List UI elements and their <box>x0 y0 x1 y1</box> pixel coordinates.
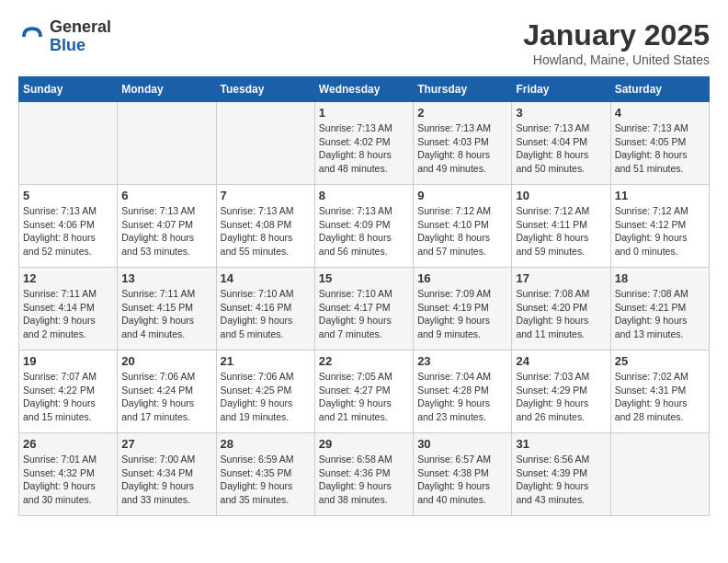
day-info: Sunrise: 6:59 AMSunset: 4:35 PMDaylight:… <box>221 453 311 507</box>
day-info: Sunrise: 7:13 AMSunset: 4:04 PMDaylight:… <box>516 121 606 176</box>
day-info: Sunrise: 7:13 AMSunset: 4:06 PMDaylight:… <box>23 204 113 259</box>
calendar-week-row: 26Sunrise: 7:01 AMSunset: 4:32 PMDayligh… <box>19 433 710 516</box>
day-number: 3 <box>516 106 606 120</box>
location: Howland, Maine, United States <box>523 52 710 67</box>
day-number: 9 <box>417 189 507 202</box>
calendar-cell: 30Sunrise: 6:57 AMSunset: 4:38 PMDayligh… <box>414 433 512 516</box>
calendar-cell: 3Sunrise: 7:13 AMSunset: 4:04 PMDaylight… <box>512 102 610 185</box>
calendar-cell: 10Sunrise: 7:12 AMSunset: 4:11 PMDayligh… <box>512 185 610 268</box>
calendar-cell: 31Sunrise: 6:56 AMSunset: 4:39 PMDayligh… <box>512 433 610 516</box>
day-number: 27 <box>121 437 211 451</box>
day-number: 10 <box>516 189 606 202</box>
day-number: 22 <box>319 354 409 368</box>
calendar-week-row: 19Sunrise: 7:07 AMSunset: 4:22 PMDayligh… <box>19 350 710 433</box>
day-info: Sunrise: 7:13 AMSunset: 4:05 PMDaylight:… <box>615 121 705 176</box>
day-number: 24 <box>516 354 606 368</box>
day-info: Sunrise: 7:12 AMSunset: 4:10 PMDaylight:… <box>417 204 507 259</box>
day-number: 15 <box>319 271 409 285</box>
day-number: 28 <box>221 437 311 451</box>
day-info: Sunrise: 7:00 AMSunset: 4:34 PMDaylight:… <box>121 453 211 507</box>
day-number: 5 <box>23 189 113 202</box>
day-info: Sunrise: 7:02 AMSunset: 4:31 PMDaylight:… <box>615 370 705 424</box>
calendar-cell: 26Sunrise: 7:01 AMSunset: 4:32 PMDayligh… <box>19 433 118 516</box>
calendar-cell: 9Sunrise: 7:12 AMSunset: 4:10 PMDaylight… <box>414 185 512 268</box>
title-block: January 2025 Howland, Maine, United Stat… <box>523 18 710 67</box>
day-info: Sunrise: 7:07 AMSunset: 4:22 PMDaylight:… <box>23 370 113 424</box>
calendar-cell: 11Sunrise: 7:12 AMSunset: 4:12 PMDayligh… <box>610 185 709 268</box>
day-number: 4 <box>615 106 705 120</box>
day-header-tuesday: Tuesday <box>216 77 314 102</box>
day-number: 29 <box>319 437 409 451</box>
day-info: Sunrise: 7:09 AMSunset: 4:19 PMDaylight:… <box>417 287 507 341</box>
calendar-cell: 24Sunrise: 7:03 AMSunset: 4:29 PMDayligh… <box>512 350 610 433</box>
day-number: 6 <box>121 189 211 202</box>
day-info: Sunrise: 6:57 AMSunset: 4:38 PMDaylight:… <box>417 453 507 507</box>
calendar-week-row: 5Sunrise: 7:13 AMSunset: 4:06 PMDaylight… <box>19 185 710 268</box>
day-number: 14 <box>221 271 311 285</box>
day-info: Sunrise: 7:13 AMSunset: 4:09 PMDaylight:… <box>319 204 409 259</box>
day-number: 26 <box>23 437 113 451</box>
calendar-cell: 22Sunrise: 7:05 AMSunset: 4:27 PMDayligh… <box>314 350 413 433</box>
day-info: Sunrise: 7:13 AMSunset: 4:02 PMDaylight:… <box>319 121 409 176</box>
day-info: Sunrise: 7:08 AMSunset: 4:20 PMDaylight:… <box>516 287 606 341</box>
calendar-cell: 20Sunrise: 7:06 AMSunset: 4:24 PMDayligh… <box>118 350 216 433</box>
day-info: Sunrise: 7:04 AMSunset: 4:28 PMDaylight:… <box>417 370 507 424</box>
calendar-cell <box>216 102 314 185</box>
day-number: 31 <box>516 437 606 451</box>
day-info: Sunrise: 7:01 AMSunset: 4:32 PMDaylight:… <box>23 453 113 507</box>
calendar-cell <box>118 102 216 185</box>
day-info: Sunrise: 7:08 AMSunset: 4:21 PMDaylight:… <box>615 287 705 341</box>
day-info: Sunrise: 7:03 AMSunset: 4:29 PMDaylight:… <box>516 370 606 424</box>
calendar-cell: 7Sunrise: 7:13 AMSunset: 4:08 PMDaylight… <box>216 185 314 268</box>
calendar-cell: 2Sunrise: 7:13 AMSunset: 4:03 PMDaylight… <box>414 102 512 185</box>
day-info: Sunrise: 7:06 AMSunset: 4:25 PMDaylight:… <box>221 370 311 424</box>
calendar-cell: 27Sunrise: 7:00 AMSunset: 4:34 PMDayligh… <box>118 433 216 516</box>
logo-text: General Blue <box>50 18 111 55</box>
day-number: 11 <box>615 189 705 202</box>
logo-general: General <box>50 17 111 36</box>
day-number: 17 <box>516 271 606 285</box>
day-info: Sunrise: 7:12 AMSunset: 4:11 PMDaylight:… <box>516 204 606 259</box>
calendar-cell: 25Sunrise: 7:02 AMSunset: 4:31 PMDayligh… <box>610 350 709 433</box>
logo: General Blue <box>18 18 111 55</box>
calendar-header-row: SundayMondayTuesdayWednesdayThursdayFrid… <box>19 77 710 102</box>
calendar-cell: 4Sunrise: 7:13 AMSunset: 4:05 PMDaylight… <box>610 102 709 185</box>
day-number: 30 <box>417 437 507 451</box>
calendar-cell: 6Sunrise: 7:13 AMSunset: 4:07 PMDaylight… <box>118 185 216 268</box>
calendar-cell: 8Sunrise: 7:13 AMSunset: 4:09 PMDaylight… <box>314 185 413 268</box>
calendar-cell: 21Sunrise: 7:06 AMSunset: 4:25 PMDayligh… <box>216 350 314 433</box>
calendar-cell: 28Sunrise: 6:59 AMSunset: 4:35 PMDayligh… <box>216 433 314 516</box>
day-number: 12 <box>23 271 113 285</box>
day-info: Sunrise: 7:11 AMSunset: 4:14 PMDaylight:… <box>23 287 113 341</box>
day-header-saturday: Saturday <box>610 77 709 102</box>
day-number: 21 <box>221 354 311 368</box>
day-number: 20 <box>121 354 211 368</box>
day-number: 19 <box>23 354 113 368</box>
calendar-cell: 5Sunrise: 7:13 AMSunset: 4:06 PMDaylight… <box>19 185 118 268</box>
calendar-cell: 18Sunrise: 7:08 AMSunset: 4:21 PMDayligh… <box>610 268 709 350</box>
calendar-cell: 12Sunrise: 7:11 AMSunset: 4:14 PMDayligh… <box>19 268 118 350</box>
day-number: 13 <box>121 271 211 285</box>
calendar-week-row: 12Sunrise: 7:11 AMSunset: 4:14 PMDayligh… <box>19 268 710 350</box>
day-number: 18 <box>615 271 705 285</box>
day-number: 23 <box>417 354 507 368</box>
day-number: 8 <box>319 189 409 202</box>
day-info: Sunrise: 7:11 AMSunset: 4:15 PMDaylight:… <box>121 287 211 341</box>
logo-blue: Blue <box>50 36 85 54</box>
day-info: Sunrise: 7:13 AMSunset: 4:03 PMDaylight:… <box>417 121 507 176</box>
day-number: 2 <box>417 106 507 120</box>
day-header-friday: Friday <box>512 77 610 102</box>
day-header-monday: Monday <box>118 77 216 102</box>
day-info: Sunrise: 7:12 AMSunset: 4:12 PMDaylight:… <box>615 204 705 259</box>
calendar-week-row: 1Sunrise: 7:13 AMSunset: 4:02 PMDaylight… <box>19 102 710 185</box>
day-number: 7 <box>221 189 311 202</box>
day-info: Sunrise: 6:56 AMSunset: 4:39 PMDaylight:… <box>516 453 606 507</box>
day-header-wednesday: Wednesday <box>314 77 413 102</box>
calendar-cell: 14Sunrise: 7:10 AMSunset: 4:16 PMDayligh… <box>216 268 314 350</box>
day-info: Sunrise: 6:58 AMSunset: 4:36 PMDaylight:… <box>319 453 409 507</box>
calendar-cell <box>19 102 118 185</box>
day-info: Sunrise: 7:10 AMSunset: 4:16 PMDaylight:… <box>221 287 311 341</box>
day-number: 25 <box>615 354 705 368</box>
day-info: Sunrise: 7:05 AMSunset: 4:27 PMDaylight:… <box>319 370 409 424</box>
calendar-cell: 19Sunrise: 7:07 AMSunset: 4:22 PMDayligh… <box>19 350 118 433</box>
